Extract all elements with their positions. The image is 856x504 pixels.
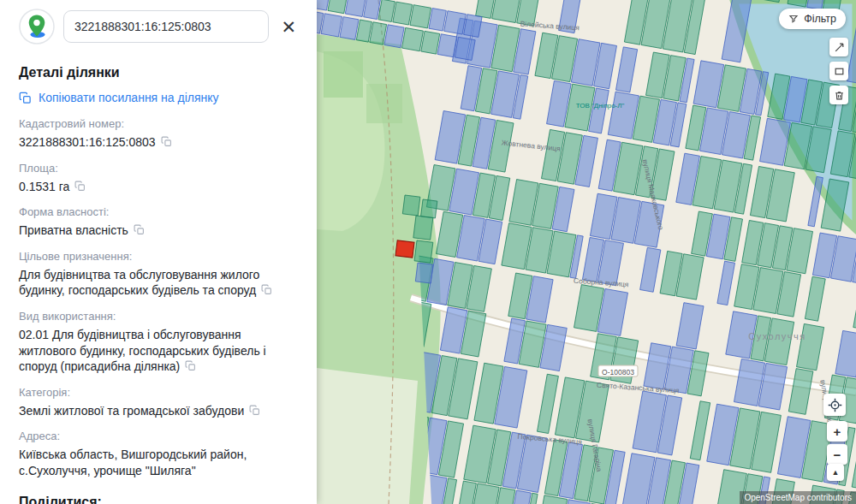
field-value: 0.1531 га (19, 179, 300, 196)
svg-text:О-100803: О-100803 (602, 368, 634, 377)
field-value-text: Землі житлової та громадської забудови (19, 404, 244, 418)
filter-label: Фільтр (804, 13, 836, 25)
field-label: Категорія: (19, 386, 300, 399)
copy-icon[interactable] (74, 180, 86, 196)
field-value-text: 02.01 Для будівництва і обслуговування ж… (19, 328, 266, 373)
field-2: Форма власності:Приватна власність (19, 205, 300, 240)
svg-text:Сухолуччя: Сухолуччя (748, 331, 806, 341)
field-list: Кадастровий номер:3221888301:16:125:0803… (19, 117, 300, 479)
locate-button[interactable] (823, 394, 846, 416)
selected-parcel[interactable] (395, 240, 414, 258)
zoom-in-button[interactable]: + (827, 421, 847, 442)
field-label: Площа: (19, 162, 300, 175)
map-canvas[interactable]: О-100803Вілейська вулицяЖовтнева вулицяв… (317, 0, 856, 504)
field-label: Кадастровий номер: (19, 117, 300, 130)
field-value: Київська область, Вишгородський район, с… (19, 447, 300, 478)
field-value: Приватна власність (19, 222, 300, 240)
copy-parcel-link-button[interactable]: Копіювати посилання на ділянку (19, 91, 300, 107)
rectangle-tool-button[interactable] (829, 62, 848, 80)
compass-button[interactable]: ▲ (827, 464, 844, 481)
copy-icon[interactable] (134, 223, 145, 240)
field-3: Цільове призначення:Для будівництва та о… (19, 250, 300, 299)
field-value: 3221888301:16:125:0803 (19, 134, 300, 151)
field-4: Вид використання:02.01 Для будівництва і… (19, 310, 300, 376)
zoom-out-button[interactable]: − (827, 444, 847, 465)
field-value: Для будівництва та обслуговування жилого… (19, 267, 300, 299)
page-title: Деталі ділянки (19, 65, 300, 80)
filter-button[interactable]: Фільтр (779, 9, 846, 29)
field-value: Землі житлової та громадської забудови (19, 403, 300, 420)
app-logo[interactable] (19, 9, 55, 44)
measure-tool-button[interactable] (829, 38, 848, 56)
osm-attribution-link[interactable]: OpenStreetMap contributors (740, 491, 856, 504)
filter-icon (788, 14, 799, 24)
measure-arrow-icon (834, 42, 845, 53)
field-value-text: Київська область, Вишгородський район, с… (19, 448, 247, 477)
field-label: Адреса: (19, 430, 300, 442)
field-label: Цільове призначення: (19, 250, 300, 263)
field-0: Кадастровий номер:3221888301:16:125:0803 (19, 117, 300, 151)
copy-icon (19, 91, 32, 107)
field-value-text: Для будівництва та обслуговування жилого… (19, 268, 259, 298)
field-value-text: Приватна власність (19, 223, 128, 237)
copy-icon[interactable] (185, 359, 196, 376)
close-button[interactable]: ✕ (277, 16, 300, 38)
field-value: 02.01 Для будівництва і обслуговування ж… (19, 327, 300, 376)
field-6: Адреса:Київська область, Вишгородський р… (19, 430, 300, 478)
map-svg: О-100803Вілейська вулицяЖовтнева вулицяв… (317, 0, 856, 504)
copy-icon[interactable] (161, 135, 172, 151)
app-window: ✕ Деталі ділянки Копіювати посилання на … (0, 0, 856, 504)
trash-icon (834, 90, 845, 101)
field-value-text: 0.1531 га (19, 180, 69, 193)
field-label: Вид використання: (19, 310, 300, 323)
delete-tool-button[interactable] (829, 86, 848, 104)
rectangle-icon (834, 66, 845, 77)
field-1: Площа:0.1531 га (19, 162, 300, 196)
search-bar: ✕ (19, 9, 300, 44)
copy-icon[interactable] (261, 283, 272, 299)
copy-icon[interactable] (249, 404, 260, 420)
draw-tools (829, 38, 848, 104)
field-value-text: 3221888301:16:125:0803 (19, 135, 156, 149)
share-title: Поділитися: (19, 495, 300, 504)
svg-text:ТОВ "Дніпро-Л": ТОВ "Дніпро-Л" (576, 102, 625, 110)
field-label: Форма власності: (19, 205, 300, 218)
field-5: Категорія:Землі житлової та громадської … (19, 386, 300, 420)
copy-parcel-link-label: Копіювати посилання на ділянку (39, 91, 219, 104)
parcel-details-panel: ✕ Деталі ділянки Копіювати посилання на … (0, 0, 317, 504)
search-input[interactable] (63, 10, 269, 43)
crosshair-icon (828, 398, 842, 412)
